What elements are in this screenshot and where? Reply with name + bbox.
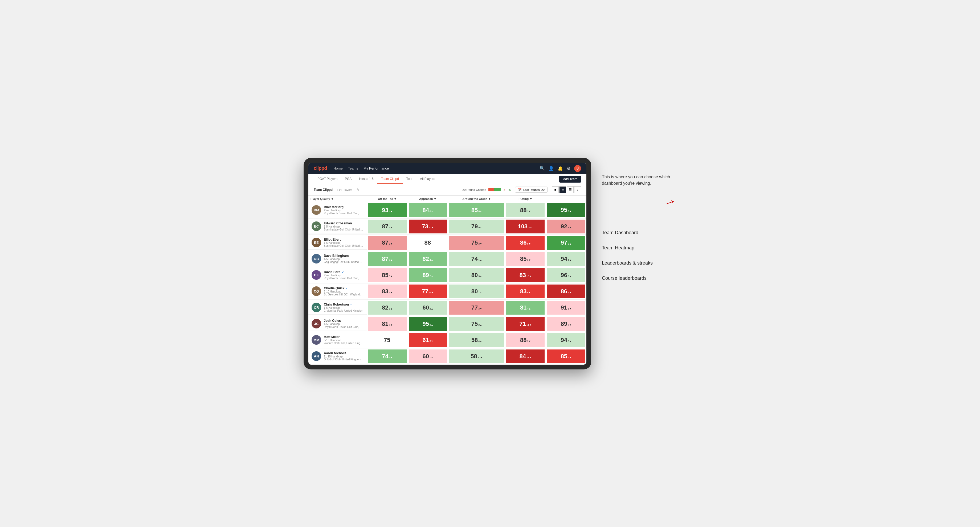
view-list-button[interactable]: ☰	[567, 186, 574, 193]
score-cell: 943▲	[546, 332, 586, 348]
player-cell[interactable]: CRChris Robertson ✓1-5 HandicapCraigmill…	[309, 300, 367, 314]
score-box: 752▲	[449, 317, 504, 331]
score-cell: 75	[367, 332, 408, 348]
tab-tour[interactable]: Tour	[402, 174, 416, 184]
tab-hcaps[interactable]: Hcaps 1-5	[355, 174, 377, 184]
top-nav: clippd Home Teams My Performance 🔍 👤 🔔 ⚙…	[309, 163, 586, 174]
avatar: JC	[312, 319, 321, 329]
search-icon[interactable]: 🔍	[539, 166, 545, 171]
score-box: 934▲	[368, 203, 407, 217]
score-number: 71	[520, 321, 526, 327]
view-download-button[interactable]: ↓	[574, 186, 581, 193]
score-number: 97	[561, 239, 567, 246]
header-approach: Approach ▼	[408, 195, 449, 202]
player-cell[interactable]: DBDave Billingham1-5 HandicapGog Magog G…	[309, 252, 367, 266]
score-box: 741▲	[449, 252, 504, 266]
change-pos: +5	[508, 188, 511, 191]
nav-teams[interactable]: Teams	[348, 165, 358, 171]
score-change: 4▲	[389, 210, 393, 213]
score-number: 95	[423, 321, 429, 327]
score-cell: 958▲	[408, 316, 449, 332]
score-number: 87	[382, 256, 388, 262]
last-rounds-button[interactable]: 📅 Last Rounds: 20	[515, 187, 547, 193]
player-club: Woburn Golf Club, United Kingdom	[324, 342, 364, 344]
score-cell: 836▼	[505, 283, 546, 300]
tab-all-players[interactable]: All Players	[416, 174, 439, 184]
player-cell[interactable]: CQCharlie Quick ✓6-10 HandicapSt. George…	[309, 284, 367, 298]
score-box: 602▲	[409, 301, 447, 314]
score-change: 4▲	[527, 307, 531, 310]
nav-home[interactable]: Home	[333, 165, 343, 171]
score-cell: 5810▲	[448, 348, 505, 364]
user-icon[interactable]: 👤	[549, 166, 554, 171]
score-box: 958▲	[409, 317, 447, 331]
player-cell[interactable]: EEElliot Ebert1-5 HandicapSunningdale Go…	[309, 236, 367, 250]
tab-pgat-players[interactable]: PGAT Players	[314, 174, 341, 184]
tab-team-clippd[interactable]: Team Clippd	[377, 174, 402, 184]
nav-my-performance[interactable]: My Performance	[363, 165, 389, 171]
score-box: 803▲	[449, 268, 504, 282]
calendar-icon: 📅	[518, 188, 522, 191]
score-cell: 882▼	[505, 332, 546, 348]
player-name: Chris Robertson ✓	[324, 303, 364, 306]
player-name: David Ford ✓	[324, 270, 364, 274]
score-cell: 88	[408, 235, 449, 251]
score-box: 868▼	[547, 284, 585, 298]
last-rounds-label: Last Rounds: 20	[523, 188, 545, 191]
table-row: DFDavid Ford ✓Plus HandicapRoyal North D…	[309, 267, 586, 283]
score-change: 9▲	[568, 210, 571, 213]
score-number: 82	[423, 256, 429, 262]
score-change: 3▼	[389, 275, 393, 278]
score-change: 1▲	[478, 259, 482, 261]
score-number: 87	[382, 239, 388, 246]
score-box: 881▼	[506, 203, 545, 217]
score-cell: 823▲	[367, 300, 408, 316]
view-grid-button[interactable]: ■	[552, 186, 559, 193]
score-change: 6▼	[527, 243, 531, 245]
player-cell[interactable]: MMMatt Miller6-10 HandicapWoburn Golf Cl…	[309, 333, 367, 347]
player-club: Royal North Devon Golf Club, United King…	[324, 277, 364, 280]
score-number: 74	[382, 353, 388, 360]
player-handicap: 1-5 Handicap	[324, 241, 364, 244]
score-number: 91	[561, 304, 567, 311]
player-cell[interactable]: JCJosh Coles1-5 HandicapRoyal North Devo…	[309, 317, 367, 331]
score-cell: 934▲	[367, 202, 408, 218]
score-number: 85	[471, 207, 478, 214]
change-bar	[488, 188, 501, 191]
settings-icon[interactable]: ⚙	[567, 166, 570, 171]
score-change: 4▼	[568, 356, 571, 359]
avatar: EE	[312, 238, 321, 247]
score-number: 83	[520, 272, 526, 279]
round-change-label: 20 Round Change	[462, 188, 486, 191]
score-number: 77	[422, 288, 428, 295]
player-club: Gog Magog Golf Club, United Kingdom	[324, 260, 364, 264]
score-cell: 874▲	[367, 251, 408, 267]
tablet-screen: clippd Home Teams My Performance 🔍 👤 🔔 ⚙…	[309, 163, 586, 365]
annotation-panel: This is where you can choose which dashb…	[602, 158, 676, 286]
avatar[interactable]: U	[574, 165, 581, 172]
score-cell: 613▼	[408, 332, 449, 348]
score-number: 85	[382, 272, 388, 279]
nav-links: Home Teams My Performance	[333, 165, 533, 171]
table-row: ECEdward Crossman1-5 HandicapSunningdale…	[309, 218, 586, 235]
avatar: EC	[312, 221, 321, 231]
player-cell[interactable]: BMBlair McHargPlus HandicapRoyal North D…	[309, 203, 367, 217]
bell-icon[interactable]: 🔔	[558, 166, 563, 171]
edit-icon[interactable]: ✎	[356, 188, 359, 192]
player-cell[interactable]: ANAaron Nicholls11-15 HandicapDrift Golf…	[309, 349, 367, 363]
score-box: 923▼	[547, 220, 585, 233]
score-box: 874▲	[368, 252, 407, 266]
score-cell: 8310▼	[505, 267, 546, 283]
score-change: 8▼	[568, 291, 571, 294]
score-change: 4▲	[478, 340, 482, 343]
score-change: 3▲	[478, 275, 482, 278]
view-heatmap-button[interactable]: ▤	[559, 186, 566, 193]
player-cell[interactable]: ECEdward Crossman1-5 HandicapSunningdale…	[309, 219, 367, 233]
player-name: Elliot Ebert	[324, 238, 364, 241]
add-team-button[interactable]: Add Team	[559, 176, 581, 183]
score-cell: 601▼	[408, 348, 449, 364]
tab-pga[interactable]: PGA	[341, 174, 355, 184]
avatar: CQ	[312, 286, 321, 296]
player-cell[interactable]: DFDavid Ford ✓Plus HandicapRoyal North D…	[309, 268, 367, 282]
header-around-green: Around the Green ▼	[448, 195, 505, 202]
